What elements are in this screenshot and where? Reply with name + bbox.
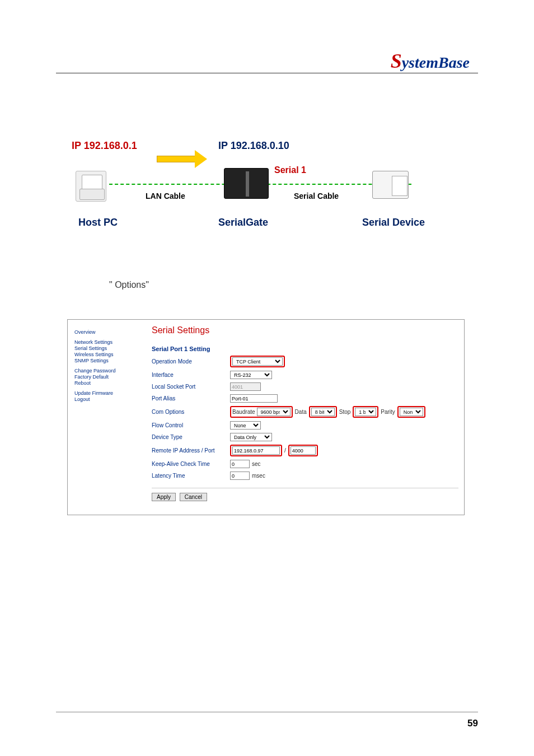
remote-ip-separator: / xyxy=(284,447,286,454)
settings-title: Serial Settings xyxy=(152,325,458,335)
sidebar-logout[interactable]: Logout xyxy=(74,396,142,402)
page-number: 59 xyxy=(467,718,478,729)
device-type-label: Device Type xyxy=(152,434,230,440)
operation-mode-label: Operation Mode xyxy=(152,358,230,365)
port-alias-label: Port Alias xyxy=(152,395,230,402)
settings-screenshot: Overview Network Settings Serial Setting… xyxy=(67,319,465,515)
remote-ip-input[interactable] xyxy=(232,446,280,455)
interface-label: Interface xyxy=(152,372,230,378)
serial-cable-label: Serial Cable xyxy=(294,192,339,200)
stop-bits-label: Stop xyxy=(339,409,351,415)
arrow-icon xyxy=(157,150,213,167)
port-alias-input[interactable] xyxy=(230,394,278,403)
serialgate-ip-label: IP 192.168.0.10 xyxy=(218,140,289,152)
host-ip-label: IP 192.168.0.1 xyxy=(72,140,137,152)
network-diagram: IP 192.168.0.1 IP 192.168.0.10 Serial 1 … xyxy=(62,140,481,235)
apply-button[interactable]: Apply xyxy=(152,493,176,501)
stop-bits-select[interactable]: 1 bit xyxy=(355,408,376,416)
local-socket-port-label: Local Socket Port xyxy=(152,384,230,390)
remote-port-input[interactable] xyxy=(291,446,316,455)
sidebar-factory-default[interactable]: Factory Default xyxy=(74,374,142,380)
flow-control-label: Flow Control xyxy=(152,422,230,428)
data-bits-label: Data xyxy=(295,409,307,415)
parity-select[interactable]: None xyxy=(400,408,423,416)
latency-label: Latency Time xyxy=(152,473,230,479)
latency-input[interactable] xyxy=(230,472,250,480)
latency-unit: msec xyxy=(252,473,265,479)
settings-subtitle: Serial Port 1 Setting xyxy=(152,346,458,352)
baudrate-select[interactable]: 9600 bps xyxy=(257,408,291,416)
sidebar-wireless-settings[interactable]: Wireless Settings xyxy=(74,352,142,357)
sidebar-network-settings[interactable]: Network Settings xyxy=(74,339,142,345)
serialgate-icon xyxy=(224,168,269,199)
data-bits-select[interactable]: 8 bits xyxy=(311,408,335,416)
serial1-label: Serial 1 xyxy=(274,165,306,175)
flow-control-select[interactable]: None xyxy=(230,421,261,430)
serialgate-label: SerialGate xyxy=(218,217,268,228)
keep-alive-input[interactable] xyxy=(230,460,250,468)
sidebar-nav: Overview Network Settings Serial Setting… xyxy=(74,329,142,407)
serial-device-label: Serial Device xyxy=(362,217,425,228)
remote-ip-label: Remote IP Address / Port xyxy=(152,447,230,454)
local-socket-port-input[interactable] xyxy=(230,382,261,391)
sidebar-overview[interactable]: Overview xyxy=(74,329,142,335)
lan-cable-label: LAN Cable xyxy=(146,192,185,200)
serial-device-icon xyxy=(372,171,409,199)
brand-logo: SystemBase xyxy=(391,49,470,73)
sidebar-snmp-settings[interactable]: SNMP Settings xyxy=(74,358,142,363)
device-type-select[interactable]: Data Only xyxy=(230,433,272,441)
footer-rule xyxy=(56,712,478,712)
options-text: " Options" xyxy=(109,280,149,290)
keep-alive-unit: sec xyxy=(252,461,261,467)
host-pc-label: Host PC xyxy=(78,217,118,228)
divider xyxy=(152,488,458,488)
sidebar-change-password[interactable]: Change Password xyxy=(74,368,142,374)
sidebar-serial-settings[interactable]: Serial Settings xyxy=(74,346,142,351)
interface-select[interactable]: RS-232 xyxy=(230,371,272,379)
sidebar-reboot[interactable]: Reboot xyxy=(74,380,142,386)
header-rule xyxy=(56,73,478,73)
host-pc-icon xyxy=(76,171,106,202)
baudrate-label: Baudrate xyxy=(232,409,255,415)
keep-alive-label: Keep-Alive Check Time xyxy=(152,461,230,467)
cancel-button[interactable]: Cancel xyxy=(180,493,207,501)
parity-label: Parity xyxy=(381,409,395,415)
settings-panel: Serial Settings Serial Port 1 Setting Op… xyxy=(152,325,458,501)
operation-mode-select[interactable]: TCP Client xyxy=(232,357,283,366)
sidebar-update-firmware[interactable]: Update Firmware xyxy=(74,390,142,396)
com-options-label: Com Options xyxy=(152,409,230,415)
